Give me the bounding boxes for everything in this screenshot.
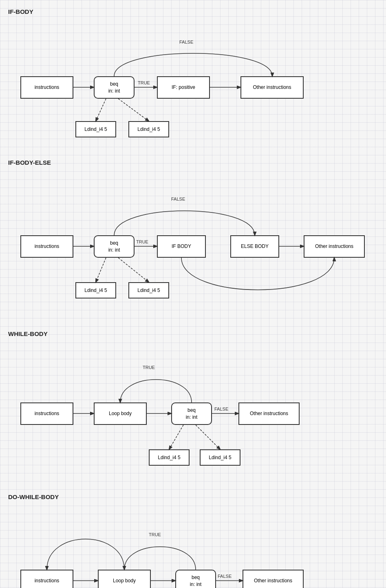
svg-line-6 xyxy=(118,99,149,121)
other-instructions-node4: Other instructions xyxy=(243,570,304,588)
svg-text:FALSE: FALSE xyxy=(179,40,193,44)
ldind5-node: Ldind_i4 5 xyxy=(149,449,190,466)
ldind3-node: Ldind_i4 5 xyxy=(75,282,116,298)
else-body-node: ELSE BODY xyxy=(230,235,279,258)
svg-line-20 xyxy=(196,425,220,449)
if-positive-node: IF: positive xyxy=(157,76,210,99)
beq-node3: beqin: int xyxy=(171,402,212,425)
do-while-body-label: DO-WHILE-BODY xyxy=(8,493,378,500)
svg-text:FALSE: FALSE xyxy=(171,197,185,201)
other-instructions-node3: Other instructions xyxy=(238,402,300,425)
if-body-else-label: IF-BODY-ELSE xyxy=(8,159,378,166)
if-body-node: IF BODY xyxy=(157,235,206,258)
loop-body-node2: Loop body xyxy=(98,570,151,588)
while-body-label: WHILE-BODY xyxy=(8,330,378,337)
svg-text:FALSE: FALSE xyxy=(218,574,232,579)
do-while-body-section: DO-WHILE-BODY instructions Loop body beq… xyxy=(8,493,378,588)
svg-line-19 xyxy=(169,425,183,449)
beq-node4: beqin: int xyxy=(175,570,216,588)
ldind6-node: Ldind_i4 5 xyxy=(200,449,240,466)
instructions-node4: instructions xyxy=(20,570,73,588)
ldind2-node: Ldind_i4 5 xyxy=(128,121,169,137)
instructions-node: instructions xyxy=(20,76,73,99)
if-body-else-section: IF-BODY-ELSE instructions beqin: int IF … xyxy=(8,159,378,310)
loop-body-node: Loop body xyxy=(94,402,147,425)
canvas: IF-BODY instructions beqin: int IF: posi… xyxy=(0,0,386,588)
svg-text:TRUE: TRUE xyxy=(138,80,150,85)
svg-text:FALSE: FALSE xyxy=(214,407,228,411)
instructions-node3: instructions xyxy=(20,402,73,425)
ldind4-node: Ldind_i4 5 xyxy=(128,282,169,298)
svg-text:TRUE: TRUE xyxy=(143,365,155,370)
svg-text:TRUE: TRUE xyxy=(136,239,148,244)
svg-line-13 xyxy=(118,258,149,282)
beq-node2: beqin: int xyxy=(94,235,135,258)
svg-text:TRUE: TRUE xyxy=(149,532,161,537)
svg-line-5 xyxy=(96,99,106,121)
if-body-label: IF-BODY xyxy=(8,8,378,15)
ldind1-node: Ldind_i4 5 xyxy=(75,121,116,137)
beq-node: beqin: int xyxy=(94,76,135,99)
while-body-section: WHILE-BODY instructions Loop body beqin:… xyxy=(8,330,378,473)
svg-line-12 xyxy=(96,258,106,282)
instructions-node2: instructions xyxy=(20,235,73,258)
other-instructions-node2: Other instructions xyxy=(304,235,365,258)
if-body-section: IF-BODY instructions beqin: int IF: posi… xyxy=(8,8,378,139)
other-instructions-node: Other instructions xyxy=(240,76,304,99)
